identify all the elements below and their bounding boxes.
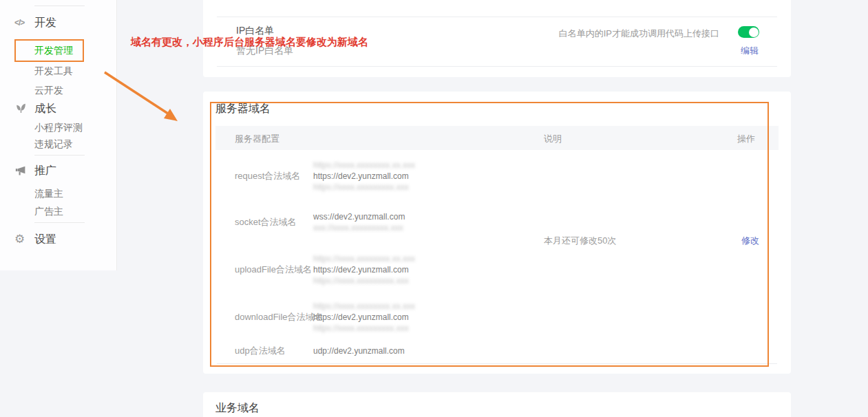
sprout-icon [15, 102, 27, 114]
ip-whitelist-card: IP白名单 暂无IP白名单 白名单内的IP才能成功调用代码上传接口 编辑 [203, 0, 791, 77]
business-domain-title: 业务域名 [215, 402, 260, 414]
modify-link[interactable]: 修改 [741, 235, 759, 247]
domain-url-redacted: https://xxxx.xxxxxxxx.xx.xxx [313, 160, 533, 171]
sidebar-group-growth[interactable]: 成长 [34, 103, 56, 115]
sidebar-divider [34, 6, 85, 6]
ip-whitelist-toggle[interactable] [738, 26, 759, 38]
table-header-row: 服务器配置 说明 操作 [215, 126, 779, 150]
sidebar-item-mp-review[interactable]: 小程序评测 [34, 122, 83, 133]
sidebar-item-traffic-owner[interactable]: 流量主 [34, 188, 63, 199]
sidebar-group-promotion[interactable]: 推广 [34, 164, 56, 177]
table-row: downloadFile合法域名 https://xxxx.xxxxxxxx.x… [203, 301, 533, 334]
row-label: downloadFile合法域名 [235, 311, 324, 323]
sidebar: </> 开发 开发管理 开发工具 云开发 成长 小程序评测 违规记录 推广 流量… [0, 0, 117, 270]
domain-url: wss://dev2.yunzmall.com [313, 211, 533, 222]
sidebar-item-violation-record[interactable]: 违规记录 [34, 138, 73, 149]
table-row: uploadFile合法域名 https://xxxx.xxxxxxxx.xx.… [203, 253, 533, 286]
column-header-desc: 说明 [544, 133, 562, 145]
table-row: socket合法域名 wss://dev2.yunzmall.com xxx:/… [203, 211, 533, 233]
column-header-config: 服务器配置 [235, 133, 279, 145]
gear-icon: ⚙ [14, 233, 25, 245]
divider [217, 66, 777, 67]
domain-url: https://dev2.yunzmall.com [313, 264, 533, 275]
megaphone-icon [15, 165, 27, 176]
modify-quota-note: 本月还可修改50次 [544, 235, 616, 247]
table-row: udp合法域名 udp://dev2.yunzmall.com [203, 345, 533, 356]
code-icon: </> [14, 18, 24, 28]
sidebar-group-dev[interactable]: 开发 [34, 17, 56, 29]
domain-url-redacted: https://xxxx.xxxxxxxxx.xxx [313, 275, 533, 286]
ip-whitelist-toggle-label: 白名单内的IP才能成功调用代码上传接口 [559, 28, 719, 40]
domain-url-redacted: https://xxxx.xxxxxxxxx.xxx [313, 182, 533, 193]
domain-url-redacted: https://xxxx.xxxxxxxx.xx.xxx [313, 301, 533, 312]
ip-whitelist-empty-text: 暂无IP白名单 [236, 45, 293, 57]
sidebar-item-advertiser[interactable]: 广告主 [34, 206, 63, 217]
ip-whitelist-edit-link[interactable]: 编辑 [741, 45, 759, 57]
domain-url-redacted: https://xxxx.xxxxxxxx.xx.xxx [313, 253, 533, 264]
domain-url: https://dev2.yunzmall.com [313, 312, 533, 323]
sidebar-divider [34, 155, 85, 156]
sidebar-item-dev-tools[interactable]: 开发工具 [34, 65, 73, 76]
ip-whitelist-title: IP白名单 [236, 25, 274, 37]
row-label: uploadFile合法域名 [235, 264, 312, 276]
sidebar-item-dev-manage[interactable]: 开发管理 [34, 45, 73, 56]
sidebar-group-settings[interactable]: 设置 [34, 233, 56, 246]
server-domain-title: 服务器域名 [215, 103, 271, 115]
domain-url: udp://dev2.yunzmall.com [313, 345, 533, 356]
sidebar-item-cloud-dev[interactable]: 云开发 [34, 85, 63, 96]
server-domain-card: 服务器域名 服务器配置 说明 操作 request合法域名 https://xx… [203, 92, 791, 374]
divider [217, 17, 777, 17]
toggle-knob [749, 28, 759, 37]
domain-url: https://dev2.yunzmall.com [313, 171, 533, 182]
domain-url-redacted: https://xxxx.xxxxxxxxx.xxx [313, 323, 533, 334]
row-label: socket合法域名 [235, 216, 297, 228]
business-domain-card: 业务域名 [203, 392, 791, 417]
divider [217, 363, 777, 364]
column-header-action: 操作 [737, 133, 755, 145]
row-label: request合法域名 [235, 170, 300, 182]
sidebar-divider [34, 222, 85, 223]
row-label: udp合法域名 [235, 345, 286, 357]
domain-url-redacted: xxx://xxxx.xxxxxxxxx.xxx [313, 222, 533, 233]
table-row: request合法域名 https://xxxx.xxxxxxxx.xx.xxx… [203, 160, 533, 193]
